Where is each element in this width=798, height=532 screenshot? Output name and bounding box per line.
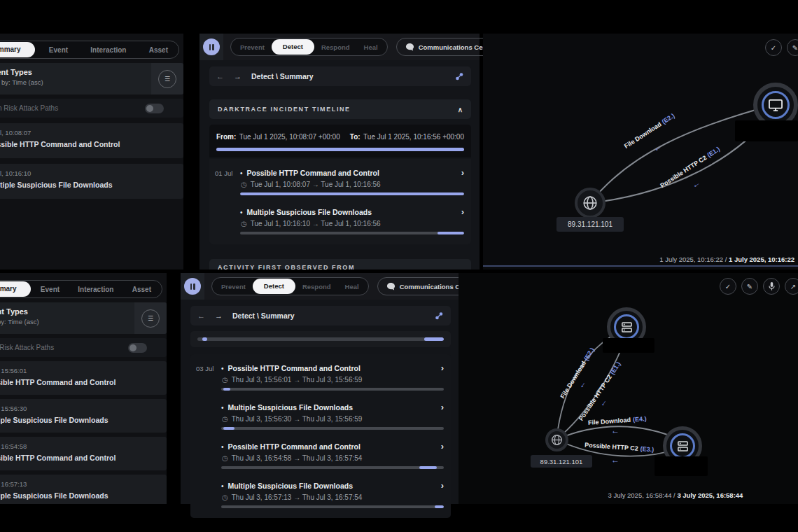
sidebar-tab[interactable]: Asset bbox=[141, 46, 176, 54]
event-types-title: Event Types bbox=[0, 307, 129, 316]
sidebar-tab[interactable]: Interaction bbox=[82, 46, 134, 54]
external-ip-node[interactable] bbox=[545, 428, 568, 451]
chevron-right-icon[interactable]: › bbox=[441, 365, 444, 372]
timeline-scrubber[interactable] bbox=[197, 337, 444, 341]
nav-tab[interactable]: Prevent bbox=[233, 43, 272, 51]
timeline-entry-bar-fill bbox=[435, 505, 444, 508]
ip-address-label[interactable]: 89.31.121.101 bbox=[531, 455, 592, 468]
timeline-entry[interactable]: • Multiple Suspicious File Downloads › ◷… bbox=[221, 403, 444, 430]
graph-view-icon[interactable] bbox=[454, 71, 464, 81]
mic-button[interactable] bbox=[763, 278, 780, 295]
bullet-icon: • bbox=[221, 404, 224, 412]
sidebar-tab[interactable]: Asset bbox=[124, 286, 160, 293]
globe-icon bbox=[551, 434, 563, 446]
bullet-icon: • bbox=[221, 443, 224, 451]
sidebar-tab[interactable]: Interaction bbox=[69, 286, 122, 293]
event-title: Possible HTTP Command and Control bbox=[0, 454, 161, 462]
attack-paths-toggle[interactable] bbox=[128, 343, 147, 353]
chevron-right-icon[interactable]: › bbox=[461, 209, 464, 216]
filter-button[interactable]: ☰ bbox=[158, 70, 176, 88]
incident-timeline-header[interactable]: DARKTRACE INCIDENT TIMELINE ∧ bbox=[209, 99, 471, 119]
event-time: 3 Jul, 15:56:30 bbox=[0, 405, 161, 412]
nav-tab[interactable]: Detect bbox=[253, 279, 295, 294]
timeline-entry-title: Multiple Suspicious File Downloads bbox=[247, 208, 461, 216]
device-label-redacted[interactable] bbox=[735, 120, 798, 141]
external-ip-node[interactable] bbox=[575, 188, 606, 218]
sidebar-tab[interactable]: Summary bbox=[0, 42, 35, 57]
incident-pause-button[interactable] bbox=[184, 278, 201, 295]
bullet-icon: • bbox=[240, 209, 243, 216]
timeline-scrubber-card bbox=[190, 331, 451, 347]
clock-icon: ◷ bbox=[241, 220, 247, 227]
arrow-left-icon: ← bbox=[611, 455, 620, 465]
back-icon[interactable]: ← bbox=[216, 72, 224, 80]
event-list-item[interactable]: 3 Jul, 15:56:01 Possible HTTP Command an… bbox=[0, 361, 167, 395]
timeline-entry-range: Tue Jul 1, 10:16:10 → Tue Jul 1, 10:16:5… bbox=[251, 220, 381, 227]
chevron-right-icon[interactable]: › bbox=[441, 404, 444, 411]
time-scrubber-line[interactable] bbox=[483, 265, 798, 267]
timeline-range-bar[interactable] bbox=[216, 148, 464, 151]
clock-icon: ◷ bbox=[222, 415, 228, 423]
graph-view-icon[interactable] bbox=[434, 311, 444, 321]
breadcrumb: Detect \ Summary bbox=[232, 312, 434, 320]
incident-pause-button[interactable] bbox=[203, 38, 220, 55]
nav-tab[interactable]: Prevent bbox=[214, 283, 253, 290]
sidebar-tab[interactable]: Event bbox=[32, 286, 68, 293]
event-list-item[interactable]: 1 Jul, 10:16:10 Multiple Suspicious File… bbox=[0, 164, 183, 199]
check-button[interactable]: ✓ bbox=[720, 278, 736, 295]
ip-address-label[interactable]: 89.31.121.101 bbox=[556, 217, 624, 232]
filter-icon: ☰ bbox=[164, 76, 170, 83]
event-time: 3 Jul, 15:56:01 bbox=[0, 367, 161, 374]
back-icon[interactable]: ← bbox=[197, 312, 205, 320]
sidebar-tab[interactable]: Event bbox=[41, 46, 76, 54]
timeline-entry[interactable]: • Possible HTTP Command and Control › ◷ … bbox=[221, 442, 444, 469]
bullet-icon: • bbox=[221, 482, 224, 490]
device-label-redacted[interactable] bbox=[603, 338, 654, 353]
nav-tab[interactable]: Detect bbox=[272, 39, 314, 55]
pause-icon bbox=[209, 44, 214, 50]
event-list-item[interactable]: 3 Jul, 16:54:58 Possible HTTP Command an… bbox=[0, 437, 167, 470]
nav-tab[interactable]: Heal bbox=[338, 283, 366, 290]
timeline-entry[interactable]: • Possible HTTP Command and Control › ◷ … bbox=[221, 364, 444, 391]
timeline-entry[interactable]: • Multiple Suspicious File Downloads › ◷… bbox=[240, 208, 464, 234]
timeline-entry-title: Multiple Suspicious File Downloads bbox=[228, 482, 441, 490]
check-button[interactable]: ✓ bbox=[765, 39, 782, 56]
event-title: Possible HTTP Command and Control bbox=[0, 140, 178, 148]
breadcrumb-bar: ← → Detect \ Summary bbox=[209, 66, 471, 86]
edit-button[interactable]: ✎ bbox=[787, 39, 798, 56]
timeline-entry[interactable]: • Multiple Suspicious File Downloads › ◷… bbox=[221, 482, 444, 508]
nav-tab[interactable]: Respond bbox=[295, 283, 338, 290]
nav-tab[interactable]: Respond bbox=[314, 43, 357, 51]
check-icon: ✓ bbox=[771, 44, 776, 52]
timeline-entries: • Possible HTTP Command and Control › ◷ … bbox=[240, 169, 464, 237]
nav-tab[interactable]: Heal bbox=[357, 43, 385, 51]
nav-tabbar: PreventDetectRespondHeal bbox=[211, 277, 369, 295]
network-graph-bottom: File Download(E2.) ← Possible HTTP C2(E1… bbox=[458, 273, 798, 504]
timeline-entry[interactable]: • Possible HTTP Command and Control › ◷ … bbox=[240, 169, 464, 195]
collapse-icon[interactable]: ∧ bbox=[458, 106, 463, 113]
timeline-entry-bar-fill bbox=[419, 466, 437, 469]
edit-button[interactable]: ✎ bbox=[741, 278, 758, 295]
event-list-item[interactable]: 3 Jul, 16:57:13 Multiple Suspicious File… bbox=[0, 475, 167, 504]
event-list-item[interactable]: 3 Jul, 15:56:30 Multiple Suspicious File… bbox=[0, 399, 167, 433]
check-icon: ✓ bbox=[725, 283, 731, 290]
server-icon bbox=[621, 321, 633, 333]
forward-icon[interactable]: → bbox=[234, 72, 241, 80]
filter-button[interactable]: ☰ bbox=[141, 309, 160, 328]
sidebar-tab[interactable]: Summary bbox=[0, 281, 31, 297]
clock-icon: ◷ bbox=[222, 454, 228, 462]
activity-section-header[interactable]: ACTIVITY FIRST OBSERVED FROM bbox=[209, 259, 471, 270]
chevron-right-icon[interactable]: › bbox=[461, 169, 464, 176]
chevron-right-icon[interactable]: › bbox=[441, 482, 444, 489]
chevron-right-icon[interactable]: › bbox=[441, 443, 444, 450]
timeline-card: 01 Jul • Possible HTTP Command and Contr… bbox=[209, 159, 471, 244]
share-button[interactable]: ↗ bbox=[785, 278, 798, 295]
event-time: 3 Jul, 16:54:58 bbox=[0, 442, 161, 450]
device-label-redacted[interactable] bbox=[654, 456, 708, 476]
forward-icon[interactable]: → bbox=[215, 312, 223, 320]
attack-paths-toggle[interactable] bbox=[145, 104, 164, 113]
from-label: From: bbox=[216, 133, 236, 141]
sort-by-label: Sort by: Time (asc) bbox=[0, 78, 146, 86]
speech-bubble-icon bbox=[405, 43, 414, 52]
event-list-item[interactable]: 1 Jul, 10:08:07 Possible HTTP Command an… bbox=[0, 123, 183, 158]
